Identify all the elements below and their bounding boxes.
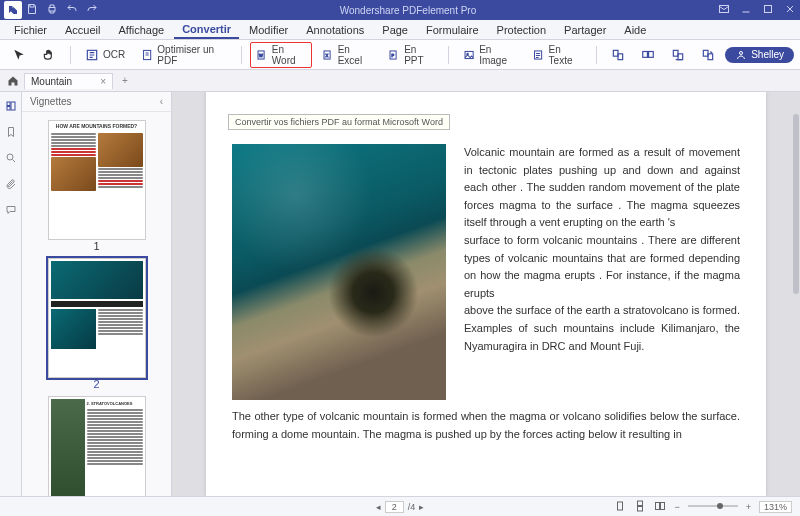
thumbnails-panel: Vignettes ‹ HOW ARE MOUNTAINS FORMED? 1 … bbox=[22, 92, 172, 496]
to-ppt-label: En PPT bbox=[404, 44, 434, 66]
menu-convertir[interactable]: Convertir bbox=[174, 21, 239, 39]
home-tab-icon[interactable] bbox=[4, 72, 22, 90]
zoom-value[interactable]: 131% bbox=[759, 501, 792, 513]
svg-rect-33 bbox=[638, 501, 643, 506]
document-tab-label: Mountain bbox=[31, 76, 72, 87]
menu-protection[interactable]: Protection bbox=[489, 22, 555, 38]
prev-page-icon[interactable]: ◂ bbox=[376, 502, 381, 512]
menu-aide[interactable]: Aide bbox=[616, 22, 654, 38]
attachments-panel-icon[interactable] bbox=[5, 178, 17, 192]
add-tab-icon[interactable]: + bbox=[117, 73, 133, 89]
more-convert-1-icon[interactable] bbox=[605, 46, 631, 64]
article-text: Volcanic mountain are formed as a result… bbox=[464, 144, 740, 400]
svg-rect-25 bbox=[708, 53, 713, 59]
zoom-slider[interactable] bbox=[688, 502, 738, 512]
to-word-label: En Word bbox=[272, 44, 306, 66]
menu-fichier[interactable]: Fichier bbox=[6, 22, 55, 38]
menu-modifier[interactable]: Modifier bbox=[241, 22, 296, 38]
paragraph: surface to form volcanic mountains . The… bbox=[464, 234, 740, 299]
thumbnail-caption: 1 bbox=[93, 240, 99, 252]
separator bbox=[70, 46, 71, 64]
ocr-button[interactable]: OCR bbox=[79, 46, 131, 64]
next-page-icon[interactable]: ▸ bbox=[419, 502, 424, 512]
svg-rect-4 bbox=[765, 6, 772, 13]
quick-redo-icon[interactable] bbox=[86, 3, 98, 17]
menu-annotations[interactable]: Annotations bbox=[298, 22, 372, 38]
paragraph: above the surface of the earth a stratov… bbox=[464, 304, 740, 351]
vertical-scrollbar[interactable] bbox=[793, 114, 799, 294]
to-image-button[interactable]: En Image bbox=[457, 42, 522, 68]
to-excel-button[interactable]: XEn Excel bbox=[316, 42, 379, 68]
menu-affichage[interactable]: Affichage bbox=[110, 22, 172, 38]
thumbnails-collapse-icon[interactable]: ‹ bbox=[160, 96, 163, 107]
svg-point-30 bbox=[7, 154, 13, 160]
view-facing-icon[interactable] bbox=[654, 500, 666, 514]
svg-rect-20 bbox=[643, 51, 648, 57]
thumbnails-list[interactable]: HOW ARE MOUNTAINS FORMED? 1 2 2. STRATOV… bbox=[22, 112, 171, 496]
optimize-button[interactable]: Optimiser un PDF bbox=[135, 42, 233, 68]
window-title: Wondershare PDFelement Pro bbox=[98, 5, 718, 16]
menu-page[interactable]: Page bbox=[374, 22, 416, 38]
svg-text:W: W bbox=[259, 53, 263, 58]
bookmarks-panel-icon[interactable] bbox=[5, 126, 17, 140]
quick-save-icon[interactable] bbox=[26, 3, 38, 17]
thumbnails-panel-icon[interactable] bbox=[5, 100, 17, 114]
maximize-icon[interactable] bbox=[762, 3, 774, 17]
more-convert-4-icon[interactable] bbox=[695, 46, 721, 64]
svg-rect-19 bbox=[618, 53, 623, 59]
svg-text:X: X bbox=[325, 53, 328, 58]
paragraph: The other type of volcanic mountain is f… bbox=[232, 408, 740, 443]
left-rail bbox=[0, 92, 22, 496]
svg-rect-34 bbox=[638, 506, 643, 511]
paragraph: Volcanic mountain are formed as a result… bbox=[464, 146, 740, 228]
thumbnail-page-2[interactable] bbox=[48, 258, 146, 378]
page-navigator: ◂ 2 /4 ▸ bbox=[376, 501, 425, 513]
document-tab-strip: Mountain × + Convertir vos fichiers PDF … bbox=[0, 70, 800, 92]
svg-rect-15 bbox=[465, 51, 473, 58]
page-current[interactable]: 2 bbox=[385, 501, 404, 513]
comments-panel-icon[interactable] bbox=[5, 204, 17, 218]
quick-undo-icon[interactable] bbox=[66, 3, 78, 17]
svg-rect-29 bbox=[11, 102, 15, 110]
document-tab[interactable]: Mountain × bbox=[24, 73, 113, 89]
svg-rect-22 bbox=[673, 50, 678, 56]
quick-print-icon[interactable] bbox=[46, 3, 58, 17]
menu-formulaire[interactable]: Formulaire bbox=[418, 22, 487, 38]
separator bbox=[241, 46, 242, 64]
optimize-label: Optimiser un PDF bbox=[157, 44, 226, 66]
thumbnail-page-3[interactable]: 2. STRATOVOLCANOES bbox=[48, 396, 146, 496]
user-pill[interactable]: Shelley bbox=[725, 47, 794, 63]
article-image bbox=[232, 144, 446, 400]
status-bar: ◂ 2 /4 ▸ − + 131% bbox=[0, 496, 800, 516]
document-tab-close-icon[interactable]: × bbox=[100, 76, 106, 87]
hand-tool-icon[interactable] bbox=[36, 46, 62, 64]
svg-rect-24 bbox=[703, 50, 708, 56]
search-panel-icon[interactable] bbox=[5, 152, 17, 166]
zoom-in-icon[interactable]: + bbox=[746, 502, 751, 512]
svg-rect-23 bbox=[678, 53, 683, 59]
separator bbox=[448, 46, 449, 64]
svg-rect-0 bbox=[30, 5, 34, 8]
menu-partager[interactable]: Partager bbox=[556, 22, 614, 38]
mail-icon[interactable] bbox=[718, 3, 730, 17]
toolbar: OCR Optimiser un PDF WEn Word XEn Excel … bbox=[0, 40, 800, 70]
svg-rect-18 bbox=[613, 50, 618, 56]
svg-rect-1 bbox=[49, 8, 55, 12]
to-word-button[interactable]: WEn Word bbox=[250, 42, 312, 68]
view-single-icon[interactable] bbox=[614, 500, 626, 514]
view-continuous-icon[interactable] bbox=[634, 500, 646, 514]
menu-accueil[interactable]: Accueil bbox=[57, 22, 108, 38]
close-icon[interactable] bbox=[784, 3, 796, 17]
title-bar: Wondershare PDFelement Pro bbox=[0, 0, 800, 20]
minimize-icon[interactable] bbox=[740, 3, 752, 17]
thumbnail-page-1[interactable]: HOW ARE MOUNTAINS FORMED? bbox=[48, 120, 146, 240]
to-ppt-button[interactable]: PEn PPT bbox=[382, 42, 440, 68]
more-convert-3-icon[interactable] bbox=[665, 46, 691, 64]
tooltip: Convertir vos fichiers PDF au format Mic… bbox=[228, 114, 450, 130]
thumbnails-title: Vignettes bbox=[30, 96, 72, 107]
to-text-button[interactable]: En Texte bbox=[526, 42, 588, 68]
zoom-out-icon[interactable]: − bbox=[674, 502, 679, 512]
document-viewport[interactable]: 1. VOLCANIC MOUNTAINS Volcanic mountain … bbox=[172, 92, 800, 496]
select-tool-icon[interactable] bbox=[6, 46, 32, 64]
more-convert-2-icon[interactable] bbox=[635, 46, 661, 64]
